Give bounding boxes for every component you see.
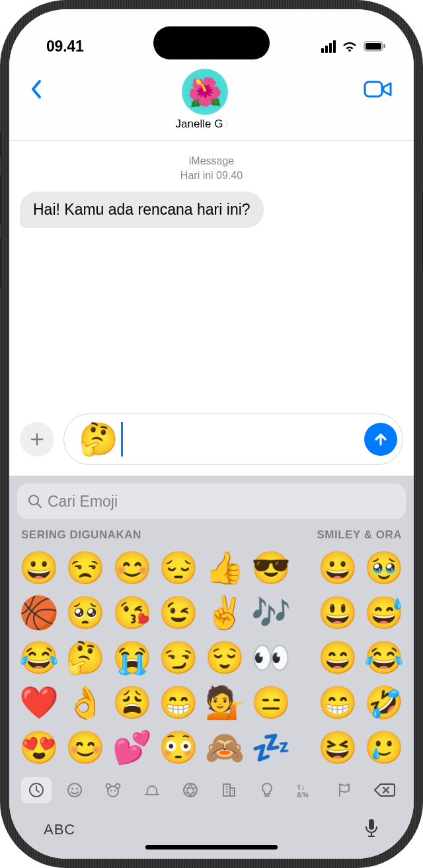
emoji-key[interactable]: 😄 <box>316 639 360 676</box>
iphone-frame: 09.41 🌺 <box>0 0 423 868</box>
text-caret <box>121 422 123 456</box>
abc-keyboard-button[interactable]: ABC <box>44 821 75 838</box>
emoji-key[interactable]: 👀 <box>249 639 293 676</box>
contact-avatar[interactable]: 🌺 <box>182 69 228 115</box>
grid-spacer <box>296 550 313 587</box>
section-label-smileys: SMILEY & ORA <box>317 528 402 542</box>
chevron-right-icon: 〉 <box>224 118 234 131</box>
svg-rect-19 <box>369 819 374 830</box>
svg-rect-1 <box>365 43 381 50</box>
svg-rect-15 <box>223 784 230 796</box>
emoji-grid: 😀😒😊😔👍😎😀🥹🏀🥺😘😉✌️🎶😃😅😂🤔😭😏😌👀😄😂❤️👌😩😁💁😑😁🤣😍😊💕😳🙈💤… <box>17 547 406 773</box>
emoji-key[interactable]: ❤️ <box>17 684 61 721</box>
emoji-key[interactable]: 🥺 <box>63 595 107 632</box>
category-flags[interactable] <box>329 777 360 803</box>
emoji-key[interactable]: 👍 <box>203 550 247 587</box>
side-button <box>0 132 1 157</box>
emoji-key[interactable]: 😭 <box>110 639 154 676</box>
volume-down-button <box>0 238 1 288</box>
battery-icon <box>364 41 386 52</box>
emoji-key[interactable]: 🥲 <box>362 729 406 766</box>
emoji-key[interactable]: 😁 <box>316 684 360 721</box>
emoji-key[interactable]: 👌 <box>63 684 107 721</box>
category-objects[interactable] <box>252 777 282 803</box>
svg-rect-3 <box>365 82 382 96</box>
search-icon <box>28 494 42 509</box>
category-food[interactable] <box>137 777 167 803</box>
emoji-key[interactable]: 😁 <box>157 684 200 721</box>
emoji-key[interactable]: 😂 <box>17 639 61 676</box>
category-animals[interactable] <box>98 777 128 803</box>
emoji-keyboard: Cari Emoji SERING DIGUNAKAN SMILEY & ORA… <box>9 476 414 859</box>
emoji-key[interactable]: 😌 <box>203 639 247 676</box>
category-recent[interactable] <box>21 777 52 803</box>
volume-up-button <box>0 174 1 225</box>
emoji-key[interactable]: 😃 <box>316 595 360 632</box>
timestamp-label: Hari ini 09.40 <box>20 168 403 183</box>
svg-point-13 <box>114 790 116 791</box>
facetime-button[interactable] <box>361 77 395 104</box>
incoming-message[interactable]: Hai! Kamu ada rencana hari ini? <box>20 192 264 228</box>
emoji-key[interactable]: 💤 <box>249 729 293 766</box>
dictation-button[interactable] <box>364 818 379 842</box>
emoji-key[interactable]: 😎 <box>249 550 293 587</box>
emoji-key[interactable]: 🙈 <box>203 729 247 766</box>
emoji-key[interactable]: 😆 <box>316 729 360 766</box>
conversation-area[interactable]: iMessage Hari ini 09.40 Hai! Kamu ada re… <box>9 141 414 407</box>
emoji-key[interactable]: 😒 <box>63 550 107 587</box>
emoji-key[interactable]: 🥹 <box>362 550 406 587</box>
emoji-search-input[interactable]: Cari Emoji <box>17 484 406 519</box>
emoji-key[interactable]: 🎶 <box>249 595 293 632</box>
category-activity[interactable] <box>175 777 206 803</box>
dynamic-island <box>153 26 270 59</box>
contact-name-label: Janelle G <box>176 118 223 131</box>
status-time: 09.41 <box>46 38 84 55</box>
emoji-key[interactable]: 😑 <box>249 684 293 721</box>
delete-button[interactable] <box>367 781 402 799</box>
avatar-emoji: 🌺 <box>188 76 222 108</box>
send-button[interactable] <box>364 423 397 456</box>
emoji-key[interactable]: 💁 <box>203 684 247 721</box>
home-indicator[interactable] <box>145 845 278 850</box>
svg-point-7 <box>71 788 73 790</box>
emoji-key[interactable]: 😘 <box>110 595 154 632</box>
grid-spacer <box>296 639 313 676</box>
compose-content: 🤔 <box>79 423 118 455</box>
emoji-key[interactable]: 😩 <box>110 684 154 721</box>
emoji-key[interactable]: 😔 <box>157 550 200 587</box>
svg-point-12 <box>110 790 112 791</box>
apps-button[interactable] <box>20 422 54 456</box>
emoji-key[interactable]: 😊 <box>110 550 154 587</box>
message-input[interactable]: 🤔 <box>63 414 403 465</box>
compose-bar: 🤔 <box>9 407 414 476</box>
emoji-key[interactable]: 😳 <box>157 729 200 766</box>
service-label: iMessage <box>20 154 403 168</box>
emoji-key[interactable]: 😍 <box>17 729 61 766</box>
emoji-search-placeholder: Cari Emoji <box>48 493 118 511</box>
emoji-key[interactable]: 🤔 <box>63 639 107 676</box>
category-symbols[interactable]: T♪&% <box>291 777 321 803</box>
category-smileys[interactable] <box>59 777 90 803</box>
grid-spacer <box>296 684 313 721</box>
emoji-key[interactable]: 😀 <box>17 550 61 587</box>
contact-name-button[interactable]: Janelle G 〉 <box>176 118 235 131</box>
emoji-key[interactable]: 😊 <box>63 729 107 766</box>
emoji-key[interactable]: ✌️ <box>203 595 247 632</box>
emoji-key[interactable]: 🏀 <box>17 595 61 632</box>
emoji-key[interactable]: 💕 <box>110 729 154 766</box>
conversation-header: 🌺 Janelle G 〉 <box>9 67 414 141</box>
emoji-key[interactable]: 😉 <box>157 595 200 632</box>
emoji-key[interactable]: 🤣 <box>362 684 406 721</box>
svg-rect-16 <box>230 788 235 796</box>
category-travel[interactable] <box>213 777 244 803</box>
svg-rect-2 <box>384 44 386 48</box>
emoji-key[interactable]: 😏 <box>157 639 200 676</box>
cellular-icon <box>321 40 336 53</box>
emoji-category-bar: T♪&% <box>17 773 406 806</box>
emoji-key[interactable]: 😅 <box>362 595 406 632</box>
back-button[interactable] <box>25 77 49 104</box>
grid-spacer <box>296 729 313 766</box>
emoji-key[interactable]: 😀 <box>316 550 360 587</box>
grid-spacer <box>296 595 313 632</box>
emoji-key[interactable]: 😂 <box>362 639 406 676</box>
